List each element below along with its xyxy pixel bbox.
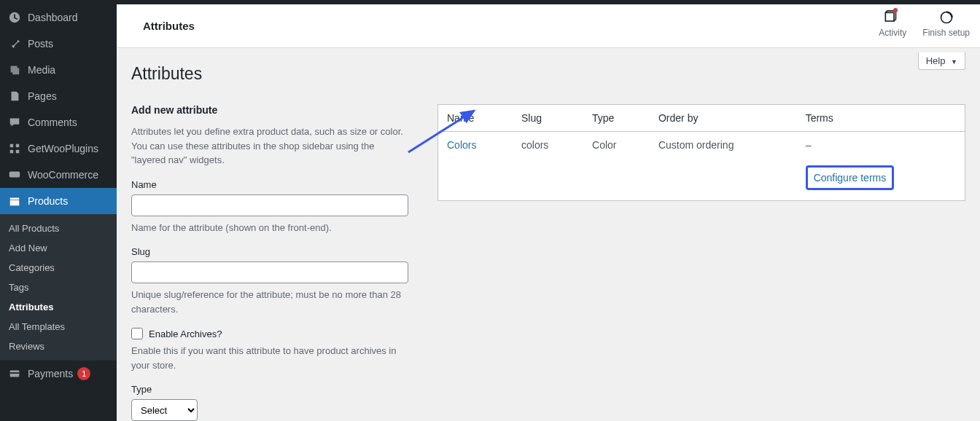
form-heading: Add new attribute bbox=[131, 104, 408, 116]
products-icon bbox=[7, 194, 22, 208]
col-type: Type bbox=[583, 105, 650, 132]
attributes-table-wrap: Name Slug Type Order by Terms Colors col… bbox=[438, 104, 965, 421]
enable-archives-checkbox[interactable] bbox=[131, 328, 143, 339]
plugins-icon bbox=[7, 141, 22, 156]
table-row-actions: Configure terms bbox=[438, 158, 965, 200]
name-input[interactable] bbox=[131, 194, 408, 216]
slug-input[interactable] bbox=[131, 261, 408, 283]
columns: Add new attribute Attributes let you def… bbox=[131, 104, 965, 421]
submenu-all-products[interactable]: All Products bbox=[0, 219, 117, 238]
help-label: Help bbox=[926, 55, 946, 66]
media-icon bbox=[7, 63, 22, 77]
setup-label: Finish setup bbox=[922, 28, 970, 38]
name-label: Name bbox=[131, 179, 408, 190]
type-select[interactable]: Select bbox=[131, 399, 198, 421]
type-label: Type bbox=[131, 384, 408, 395]
submenu-attributes[interactable]: Attributes bbox=[0, 297, 117, 317]
attribute-type: Color bbox=[583, 132, 650, 158]
sidebar-label: Payments bbox=[28, 368, 73, 379]
page-title: Attributes bbox=[131, 48, 965, 84]
sidebar-item-pages[interactable]: Pages bbox=[0, 83, 117, 109]
submenu-categories[interactable]: Categories bbox=[0, 258, 117, 278]
setup-progress-icon bbox=[922, 9, 970, 26]
activity-icon bbox=[879, 9, 906, 26]
comments-icon bbox=[7, 115, 22, 130]
sidebar-label: Media bbox=[28, 64, 55, 76]
archives-desc: Enable this if you want this attribute t… bbox=[131, 344, 408, 372]
svg-rect-7 bbox=[886, 12, 895, 21]
sidebar-label: Comments bbox=[28, 117, 77, 128]
archives-row: Enable Archives? bbox=[131, 328, 408, 339]
table-row: Colors colors Color Custom ordering – bbox=[438, 132, 965, 158]
configure-terms-link[interactable]: Configure terms bbox=[806, 165, 895, 190]
pages-icon bbox=[7, 89, 22, 103]
dashboard-icon bbox=[7, 10, 22, 25]
sidebar-label: WooCommerce bbox=[28, 169, 98, 181]
submenu-add-new[interactable]: Add New bbox=[0, 238, 117, 258]
submenu-all-templates[interactable]: All Templates bbox=[0, 317, 117, 337]
products-submenu: All Products Add New Categories Tags Att… bbox=[0, 214, 117, 361]
pin-icon bbox=[7, 36, 22, 51]
sidebar-item-payments[interactable]: Payments 1 bbox=[0, 361, 117, 387]
attributes-table: Name Slug Type Order by Terms Colors col… bbox=[438, 104, 965, 201]
col-name: Name bbox=[438, 105, 513, 132]
content-area: Help ▼ Attributes Add new attribute Attr… bbox=[117, 48, 980, 421]
main-wrap: Attributes Activity Finish setup Help ▼ … bbox=[117, 4, 980, 421]
svg-rect-0 bbox=[10, 144, 14, 148]
attribute-slug: colors bbox=[513, 132, 583, 158]
attribute-terms: – bbox=[797, 132, 965, 158]
woocommerce-icon bbox=[7, 168, 22, 182]
sidebar-item-woocommerce[interactable]: WooCommerce bbox=[0, 162, 117, 188]
svg-rect-1 bbox=[16, 144, 20, 148]
activity-button[interactable]: Activity bbox=[879, 9, 906, 38]
col-slug: Slug bbox=[513, 105, 583, 132]
table-header-row: Name Slug Type Order by Terms bbox=[438, 105, 965, 132]
chevron-down-icon: ▼ bbox=[951, 58, 957, 66]
sidebar-item-comments[interactable]: Comments bbox=[0, 109, 117, 135]
sidebar-item-getwooplugins[interactable]: GetWooPlugins bbox=[0, 135, 117, 162]
sidebar-label: Products bbox=[28, 195, 68, 207]
help-tab[interactable]: Help ▼ bbox=[918, 52, 965, 70]
finish-setup-button[interactable]: Finish setup bbox=[922, 9, 970, 38]
admin-sidebar: Dashboard Posts Media Pages Comments Get… bbox=[0, 4, 117, 421]
sidebar-item-dashboard[interactable]: Dashboard bbox=[0, 4, 117, 31]
submenu-reviews[interactable]: Reviews bbox=[0, 337, 117, 356]
add-attribute-form: Add new attribute Attributes let you def… bbox=[131, 104, 408, 421]
form-intro: Attributes let you define extra product … bbox=[131, 125, 408, 168]
header-bar: Attributes Activity Finish setup bbox=[117, 4, 980, 48]
svg-rect-4 bbox=[9, 172, 20, 178]
payments-icon bbox=[7, 366, 22, 381]
svg-rect-3 bbox=[16, 150, 20, 154]
header-actions: Activity Finish setup bbox=[879, 9, 970, 38]
submenu-tags[interactable]: Tags bbox=[0, 278, 117, 297]
sidebar-label: GetWooPlugins bbox=[28, 143, 98, 154]
slug-desc: Unique slug/reference for the attribute;… bbox=[131, 288, 408, 316]
sidebar-item-products[interactable]: Products bbox=[0, 188, 117, 214]
name-desc: Name for the attribute (shown on the fro… bbox=[131, 221, 408, 235]
header-title: Attributes bbox=[143, 20, 195, 32]
col-order-by: Order by bbox=[650, 105, 797, 132]
sidebar-item-media[interactable]: Media bbox=[0, 57, 117, 83]
activity-label: Activity bbox=[879, 28, 906, 38]
attribute-order-by: Custom ordering bbox=[650, 132, 797, 158]
sidebar-label: Posts bbox=[28, 38, 53, 50]
sidebar-item-posts[interactable]: Posts bbox=[0, 31, 117, 57]
sidebar-label: Pages bbox=[28, 90, 57, 102]
svg-rect-2 bbox=[10, 150, 14, 154]
attribute-name-link[interactable]: Colors bbox=[447, 139, 476, 151]
archives-label: Enable Archives? bbox=[149, 328, 222, 339]
slug-label: Slug bbox=[131, 246, 408, 257]
payments-badge: 1 bbox=[77, 367, 90, 380]
col-terms: Terms bbox=[797, 105, 965, 132]
sidebar-label: Dashboard bbox=[28, 12, 78, 23]
svg-rect-6 bbox=[10, 372, 20, 374]
